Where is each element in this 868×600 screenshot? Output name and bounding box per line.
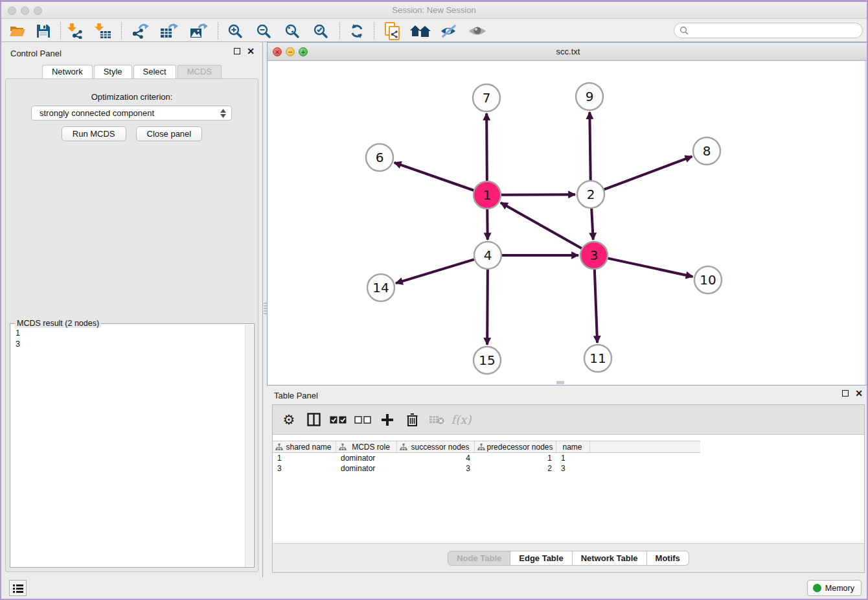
graph-edge-4-14[interactable] bbox=[396, 259, 474, 283]
cell-shared-name[interactable]: 1 bbox=[273, 453, 336, 463]
table-header-row: shared nameMCDS rolesuccessor nodesprede… bbox=[273, 441, 700, 453]
tab-mcds[interactable]: MCDS bbox=[177, 65, 222, 78]
zoom-in-button[interactable] bbox=[224, 22, 246, 40]
zoom-fit-button[interactable] bbox=[281, 22, 303, 40]
gear-icon: ⚙ bbox=[283, 413, 295, 426]
save-session-button[interactable] bbox=[32, 22, 54, 40]
panel-divider[interactable] bbox=[262, 42, 267, 581]
tab-edge-table[interactable]: Edge Table bbox=[510, 551, 572, 566]
control-panel-float-button[interactable] bbox=[234, 48, 240, 54]
graph-edge-1-2[interactable] bbox=[501, 194, 575, 195]
close-panel-button[interactable]: Close panel bbox=[136, 126, 203, 141]
cell-predecessor-nodes[interactable]: 2 bbox=[475, 463, 556, 474]
export-image-button[interactable] bbox=[188, 22, 210, 40]
network-canvas[interactable]: 1234678910111415 bbox=[268, 61, 865, 382]
tab-node-table[interactable]: Node Table bbox=[448, 551, 510, 566]
import-network-button[interactable] bbox=[63, 22, 86, 40]
cell-predecessor-nodes[interactable]: 1 bbox=[475, 453, 556, 463]
eye-button[interactable] bbox=[466, 22, 488, 40]
network-right-scrollbar[interactable] bbox=[865, 61, 868, 385]
refresh-view-button[interactable] bbox=[346, 22, 368, 40]
mcds-result-text[interactable]: 1 3 bbox=[10, 327, 244, 566]
export-network-button[interactable] bbox=[130, 22, 152, 40]
column-header-mcds-role[interactable]: MCDS role bbox=[336, 441, 397, 452]
hierarchy-icon bbox=[339, 443, 347, 451]
graph-node-label-8: 8 bbox=[703, 143, 711, 159]
trash-icon bbox=[407, 413, 418, 426]
tab-motifs[interactable]: Motifs bbox=[647, 551, 689, 566]
column-header-name[interactable]: name bbox=[556, 441, 590, 452]
control-panel-close-button[interactable]: ✕ bbox=[247, 48, 255, 54]
result-scrollbar[interactable] bbox=[245, 325, 253, 566]
search-input[interactable] bbox=[689, 26, 862, 36]
import-table-icon bbox=[95, 23, 111, 39]
dropdown-stepper-icon bbox=[217, 109, 231, 118]
tab-network[interactable]: Network bbox=[42, 65, 93, 78]
graph-node-label-11: 11 bbox=[589, 351, 606, 366]
graph-edge-4-15[interactable] bbox=[487, 270, 488, 345]
home-layout-button[interactable] bbox=[409, 22, 431, 40]
cell-successor-nodes[interactable]: 3 bbox=[397, 463, 475, 474]
zoom-out-button[interactable] bbox=[253, 22, 275, 40]
add-column-button[interactable] bbox=[375, 410, 400, 430]
cell-mcds-role[interactable]: dominator bbox=[336, 453, 397, 463]
table-toolbar: ⚙ bbox=[273, 405, 864, 435]
table-panel-float-button[interactable] bbox=[842, 390, 849, 397]
optimization-criterion-label: Optimization criterion: bbox=[6, 92, 258, 102]
column-header-predecessor-nodes[interactable]: predecessor nodes bbox=[475, 441, 556, 452]
column-header-shared-name[interactable]: shared name bbox=[273, 441, 336, 452]
tab-select[interactable]: Select bbox=[133, 65, 176, 78]
network-view-window: × − + scc.txt 1234678910111415 bbox=[267, 42, 868, 386]
delete-column-button[interactable] bbox=[400, 410, 424, 430]
graph-edge-1-6[interactable] bbox=[394, 163, 474, 190]
graph-node-label-2: 2 bbox=[587, 187, 595, 202]
main-toolbar bbox=[1, 19, 867, 42]
criterion-dropdown[interactable]: strongly connected component bbox=[31, 106, 232, 121]
graph-edge-2-8[interactable] bbox=[604, 156, 692, 189]
export-table-button[interactable] bbox=[158, 22, 180, 40]
cell-name[interactable]: 1 bbox=[556, 453, 590, 463]
graph-edge-1-4[interactable] bbox=[487, 209, 488, 240]
column-header-successor-nodes[interactable]: successor nodes bbox=[397, 441, 475, 452]
network-file-button[interactable] bbox=[382, 22, 404, 40]
tab-network-table[interactable]: Network Table bbox=[573, 551, 647, 566]
graph-node-label-14: 14 bbox=[372, 280, 389, 295]
cell-name[interactable]: 3 bbox=[556, 463, 590, 474]
graph-node-label-15: 15 bbox=[479, 352, 495, 368]
refresh-icon bbox=[349, 23, 365, 39]
open-session-button[interactable] bbox=[6, 22, 29, 40]
graph-edge-3-1[interactable] bbox=[501, 203, 582, 248]
graph-edge-2-9[interactable] bbox=[589, 112, 590, 180]
table-settings-button[interactable]: ⚙ bbox=[277, 410, 301, 430]
tab-style[interactable]: Style bbox=[94, 65, 132, 78]
search-box[interactable] bbox=[674, 23, 863, 38]
column-layout-button[interactable] bbox=[301, 410, 326, 430]
select-all-columns-button[interactable] bbox=[326, 410, 350, 430]
delete-table-button[interactable] bbox=[424, 410, 449, 430]
run-mcds-button[interactable]: Run MCDS bbox=[62, 126, 126, 141]
network-titlebar[interactable]: × − + scc.txt bbox=[268, 43, 868, 61]
graph-edge-3-10[interactable] bbox=[608, 259, 693, 277]
graph-edge-2-3[interactable] bbox=[591, 209, 593, 240]
cell-mcds-role[interactable]: dominator bbox=[336, 463, 397, 474]
graph-edge-3-11[interactable] bbox=[595, 270, 597, 343]
checked-boxes-icon bbox=[330, 416, 347, 424]
mcds-panel: Optimization criterion: strongly connect… bbox=[5, 78, 258, 572]
graph-node-label-6: 6 bbox=[376, 150, 384, 165]
zoom-in-icon bbox=[227, 23, 243, 39]
memory-button[interactable]: Memory bbox=[807, 580, 862, 596]
save-floppy-icon bbox=[36, 24, 51, 38]
table-panel-close-button[interactable]: ✕ bbox=[855, 390, 863, 397]
cell-successor-nodes[interactable]: 4 bbox=[397, 453, 475, 463]
column-label: MCDS role bbox=[347, 443, 396, 452]
graph-edge-1-7[interactable] bbox=[486, 113, 487, 181]
cell-shared-name[interactable]: 3 bbox=[273, 463, 336, 474]
function-builder-button[interactable]: f(x) bbox=[449, 410, 474, 430]
show-hide-button[interactable] bbox=[438, 22, 460, 40]
cytopanel-toggle-button[interactable] bbox=[9, 580, 27, 596]
memory-status-icon bbox=[813, 584, 821, 592]
zoom-selected-button[interactable] bbox=[310, 22, 332, 40]
import-table-button[interactable] bbox=[92, 22, 114, 40]
network-bottom-scrollbar[interactable] bbox=[556, 381, 564, 384]
deselect-all-columns-button[interactable] bbox=[350, 410, 375, 430]
